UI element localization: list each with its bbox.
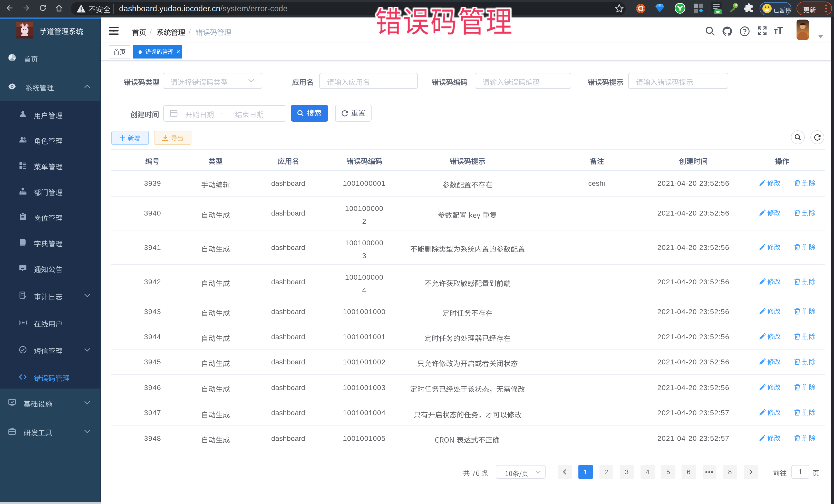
svg-text:on: on [716,9,720,14]
